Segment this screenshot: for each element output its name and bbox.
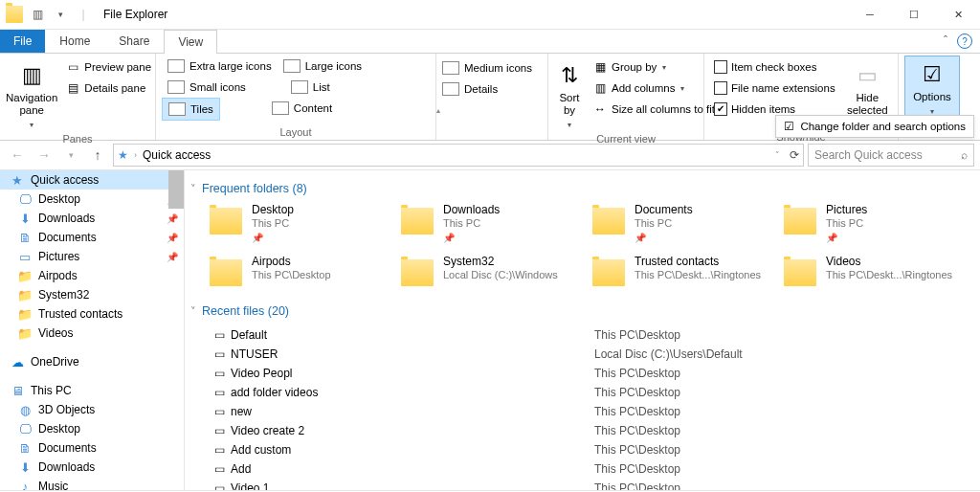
file-extensions-toggle[interactable]: File name extensions: [710, 78, 839, 98]
qa-new-folder-icon[interactable]: ▥: [29, 6, 46, 23]
recent-file[interactable]: ▭Add customThis PC\Desktop: [208, 440, 980, 459]
tree-item-downloads[interactable]: ⬇Downloads📌: [0, 209, 184, 228]
frequent-folder[interactable]: DownloadsThis PC📌: [399, 203, 581, 245]
frequent-folder[interactable]: Trusted contactsThis PC\Deskt...\Rington…: [590, 255, 772, 291]
layout-tiles[interactable]: Tiles: [162, 98, 220, 121]
search-input[interactable]: Search Quick access ⌕: [808, 144, 974, 167]
window-title: File Explorer: [98, 8, 848, 21]
tree-item-trusted-contacts[interactable]: 📁Trusted contacts: [0, 304, 184, 324]
details-pane-button[interactable]: ▤Details pane: [61, 78, 155, 98]
recent-file[interactable]: ▭AddThis PC\Desktop: [208, 459, 980, 479]
frequent-folder[interactable]: System32Local Disc (C:)\Windows: [399, 255, 581, 291]
pin-icon: 📌: [167, 252, 178, 262]
frequent-folder[interactable]: PicturesThis PC📌: [782, 203, 964, 245]
options-button[interactable]: ☑ Options ▾: [904, 56, 960, 121]
layout-scroll-up[interactable]: ▴: [436, 106, 440, 115]
tab-home[interactable]: Home: [45, 29, 104, 53]
preview-pane-icon: ▭: [65, 59, 80, 75]
back-button[interactable]: ←: [6, 144, 29, 167]
layout-small[interactable]: Small icons: [162, 77, 252, 98]
layout-content[interactable]: Content: [266, 98, 338, 119]
pin-icon: 📌: [167, 233, 178, 243]
minimize-button[interactable]: ─: [848, 0, 892, 29]
frequent-folder[interactable]: VideosThis PC\Deskt...\Ringtones: [782, 255, 964, 291]
tab-view[interactable]: View: [164, 30, 217, 54]
folder-icon: ◍: [17, 402, 33, 417]
navigation-pane-button[interactable]: ▥ Navigation pane ▾: [6, 56, 57, 131]
tree-this-pc[interactable]: 🖥This PC: [0, 381, 184, 400]
close-button[interactable]: ✕: [936, 0, 980, 29]
tree-item-documents[interactable]: 🗎Documents: [0, 438, 184, 458]
frequent-folder[interactable]: DocumentsThis PC📌: [590, 203, 772, 245]
up-button[interactable]: ↑: [86, 144, 109, 167]
recent-file[interactable]: ▭newThis PC\Desktop: [208, 402, 980, 421]
content-pane[interactable]: Frequent folders (8) DesktopThis PC📌Down…: [185, 170, 980, 490]
qa-dropdown-icon[interactable]: ▾: [52, 6, 69, 23]
folder-name: Pictures: [826, 203, 867, 216]
recent-file[interactable]: ▭add folder videosThis PC\Desktop: [208, 383, 980, 402]
tree-item-videos[interactable]: 📁Videos: [0, 324, 184, 343]
recent-file[interactable]: ▭Video PeoplThis PC\Desktop: [208, 364, 980, 383]
folder-icon: [208, 255, 244, 291]
file-path: This PC\Desktop: [594, 481, 680, 490]
layout-extra-large[interactable]: Extra large icons: [162, 56, 278, 77]
frequent-folder[interactable]: DesktopThis PC📌: [208, 203, 390, 245]
recent-locations-button[interactable]: ▾: [59, 144, 82, 167]
folder-icon: ♪: [17, 479, 33, 490]
recent-file[interactable]: ▭Video create 2This PC\Desktop: [208, 421, 980, 440]
layout-details[interactable]: Details: [436, 78, 503, 100]
layout-medium[interactable]: Medium icons: [436, 57, 538, 78]
tab-share[interactable]: Share: [104, 29, 164, 53]
breadcrumb[interactable]: Quick access: [143, 148, 211, 162]
tree-item-desktop[interactable]: 🖵Desktop: [0, 419, 184, 438]
preview-pane-button[interactable]: ▭Preview pane: [61, 57, 155, 77]
folder-icon: 🗎: [17, 440, 33, 456]
tree-item-system32[interactable]: 📁System32: [0, 285, 184, 304]
navigation-tree[interactable]: ★Quick access 🖵Desktop📌⬇Downloads📌🗎Docum…: [0, 170, 185, 490]
recent-file[interactable]: ▭DefaultThis PC\Desktop: [208, 325, 980, 345]
refresh-icon[interactable]: ⟳: [790, 148, 799, 162]
hide-icon: ▭: [852, 59, 882, 90]
recent-file[interactable]: ▭NTUSERLocal Disc (C:)\Users\Default: [208, 345, 980, 364]
tree-scrollbar[interactable]: [168, 170, 184, 209]
item-check-boxes-toggle[interactable]: Item check boxes: [710, 57, 839, 77]
tab-file[interactable]: File: [0, 30, 45, 53]
tree-item-pictures[interactable]: ▭Pictures📌: [0, 247, 184, 266]
tree-item-3d-objects[interactable]: ◍3D Objects: [0, 400, 184, 419]
folder-icon: [590, 255, 627, 291]
sort-by-button[interactable]: ⇅ Sort by ▾: [554, 56, 585, 131]
size-columns-button[interactable]: ↔Size all columns to fit: [589, 100, 719, 119]
folder-icon: [782, 255, 818, 291]
maximize-button[interactable]: ☐: [892, 0, 936, 29]
tree-quick-access[interactable]: ★Quick access: [0, 170, 184, 190]
columns-icon: ▥: [592, 80, 608, 96]
recent-file[interactable]: ▭Video 1This PC\Desktop: [208, 479, 980, 490]
layout-large[interactable]: Large icons: [278, 56, 368, 77]
file-name: Video Peopl: [231, 367, 594, 380]
frequent-folders-header[interactable]: Frequent folders (8): [190, 182, 980, 195]
folder-location: This PC: [443, 216, 500, 230]
folder-icon: ⬇: [17, 459, 33, 475]
history-dropdown-icon[interactable]: ˅: [775, 150, 780, 160]
address-bar[interactable]: ★ › Quick access ˅ ⟳: [113, 144, 804, 167]
forward-button[interactable]: →: [33, 144, 56, 167]
file-name: Default: [231, 328, 594, 342]
folder-icon: [782, 203, 818, 239]
navigation-pane-icon: ▥: [16, 59, 47, 90]
frequent-folder[interactable]: AirpodsThis PC\Desktop: [208, 255, 390, 291]
tree-item-music[interactable]: ♪Music: [0, 477, 184, 490]
folder-name: Trusted contacts: [635, 255, 761, 268]
add-columns-button[interactable]: ▥Add columns▾: [589, 78, 719, 98]
tree-item-desktop[interactable]: 🖵Desktop📌: [0, 190, 184, 209]
folder-name: Documents: [635, 203, 693, 216]
layout-list[interactable]: List: [285, 77, 336, 98]
help-icon[interactable]: ?: [957, 34, 972, 49]
folder-icon: 🖵: [17, 421, 33, 436]
recent-files-header[interactable]: Recent files (20): [190, 304, 980, 318]
tree-item-downloads[interactable]: ⬇Downloads: [0, 458, 184, 477]
group-by-button[interactable]: ▦Group by▾: [589, 57, 719, 77]
tree-onedrive[interactable]: ☁OneDrive: [0, 352, 184, 371]
tree-item-documents[interactable]: 🗎Documents📌: [0, 228, 184, 247]
tree-item-airpods[interactable]: 📁Airpods: [0, 266, 184, 285]
ribbon-collapse-icon[interactable]: ˆ: [944, 34, 947, 48]
